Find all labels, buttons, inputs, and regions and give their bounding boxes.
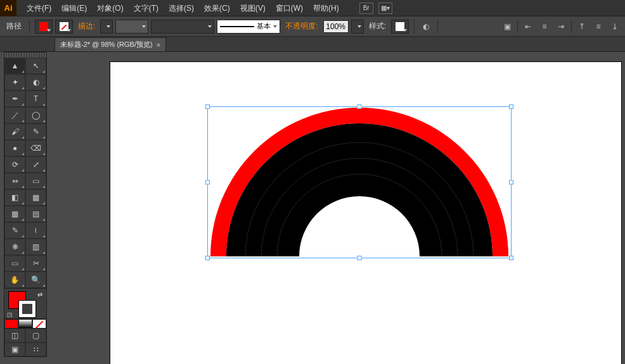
document-tab[interactable]: 未标题-2* @ 98% (RGB/预览) × <box>55 37 166 51</box>
stroke-swatch[interactable] <box>55 20 73 34</box>
tool-free-transform[interactable]: ▭ <box>25 173 46 189</box>
menubar: Ai 文件(F) 编辑(E) 对象(O) 文字(T) 选择(S) 效果(C) 视… <box>0 0 625 16</box>
style-label: 样式: <box>366 21 389 32</box>
opacity-label: 不透明度: <box>283 21 320 32</box>
handle-br[interactable] <box>509 256 513 260</box>
tool-column-graph[interactable]: ▥ <box>25 239 46 255</box>
fill-stroke-control[interactable]: ⇄ ◳ <box>4 288 46 318</box>
tool-grid: ▲↖✦◐✒T／◯🖌✎●⌫⟳⤢⇔▭◧▦▦▤✎≀❋▥▭✂✋🔍 <box>4 58 46 288</box>
document-tab-title: 未标题-2* @ 98% (RGB/预览) <box>60 40 153 49</box>
arrange-documents-icon[interactable]: ▦▾ <box>378 3 392 14</box>
recolor-artwork-icon[interactable]: ◐ <box>420 20 432 33</box>
tool-zoom[interactable]: 🔍 <box>25 272 46 288</box>
bridge-icon[interactable]: Br <box>359 3 373 14</box>
fill-swatch[interactable] <box>35 20 53 34</box>
stroke-weight-dropdown[interactable] <box>100 20 113 34</box>
divider <box>437 20 438 34</box>
menu-edit[interactable]: 编辑(E) <box>56 0 92 16</box>
tool-blend[interactable]: ≀ <box>25 222 46 239</box>
document-tabstrip: 未标题-2* @ 98% (RGB/预览) × <box>0 37 625 52</box>
artboard[interactable] <box>110 62 621 364</box>
handle-tm[interactable] <box>358 104 362 109</box>
tool-selection[interactable]: ▲ <box>4 58 25 74</box>
tool-artboard[interactable]: ▭ <box>4 255 25 272</box>
tool-ellipse[interactable]: ◯ <box>25 107 46 123</box>
selection-type-label: 路径 <box>4 21 24 32</box>
swap-fill-stroke-icon[interactable]: ⇄ <box>37 291 42 298</box>
stroke-label: 描边: <box>75 21 98 32</box>
workspace <box>55 52 625 364</box>
align-hcenter-icon[interactable]: ≡ <box>538 20 551 33</box>
extra-icon[interactable]: ∷ <box>25 342 46 356</box>
color-mode-row <box>4 318 46 329</box>
tool-blob-brush[interactable]: ● <box>4 140 25 156</box>
tool-gradient[interactable]: ▤ <box>25 206 46 222</box>
tool-magic-wand[interactable]: ✦ <box>4 74 25 91</box>
tool-slice[interactable]: ✂ <box>25 255 46 272</box>
align-panel-icon[interactable]: ▣ <box>501 20 513 33</box>
menu-help[interactable]: 帮助(H) <box>308 0 344 16</box>
menu-select[interactable]: 选择(S) <box>164 0 199 16</box>
graphic-style-swatch[interactable] <box>391 20 409 34</box>
toolbox: ▲↖✦◐✒T／◯🖌✎●⌫⟳⤢⇔▭◧▦▦▤✎≀❋▥▭✂✋🔍 ⇄ ◳ ◫ ▢ ▣ ∷ <box>4 52 47 357</box>
app-logo: Ai <box>0 0 16 16</box>
menu-file[interactable]: 文件(F) <box>22 0 56 16</box>
align-left-icon[interactable]: ⇤ <box>522 20 534 33</box>
align-vcenter-icon[interactable]: ≡ <box>592 20 605 33</box>
menu-view[interactable]: 视图(V) <box>235 0 271 16</box>
divider <box>414 20 415 34</box>
tool-shape-builder[interactable]: ◧ <box>4 189 25 206</box>
stroke-indicator[interactable] <box>18 300 36 318</box>
handle-tl[interactable] <box>205 104 210 109</box>
color-mode-color[interactable] <box>4 319 18 329</box>
screen-mode-icon[interactable]: ▢ <box>25 329 46 342</box>
tool-pencil[interactable]: ✎ <box>25 123 46 140</box>
tool-width[interactable]: ⇔ <box>4 173 25 189</box>
handle-mr[interactable] <box>509 180 513 185</box>
tool-mesh[interactable]: ▦ <box>4 206 25 222</box>
tool-paintbrush[interactable]: 🖌 <box>4 123 25 140</box>
tool-eyedropper[interactable]: ✎ <box>4 222 25 239</box>
align-icons-group: ▣ ⇤ ≡ ⇥ ⤒ ≡ ⤓ <box>501 20 621 33</box>
tool-perspective-grid[interactable]: ▦ <box>25 189 46 206</box>
default-fill-stroke-icon[interactable]: ◳ <box>7 311 13 318</box>
tool-eraser[interactable]: ⌫ <box>25 140 46 156</box>
stroke-profile-dropdown[interactable] <box>115 20 148 34</box>
align-bottom-icon[interactable]: ⤓ <box>609 20 621 33</box>
handle-bl[interactable] <box>205 256 210 260</box>
stroke-style-dropdown[interactable]: 基本 <box>217 20 280 34</box>
menu-window[interactable]: 窗口(W) <box>271 0 308 16</box>
draw-mode-icon[interactable]: ◫ <box>4 329 25 342</box>
divider <box>29 20 30 34</box>
tool-line-segment[interactable]: ／ <box>4 107 25 123</box>
menu-effect[interactable]: 效果(C) <box>199 0 235 16</box>
handle-bm[interactable] <box>358 256 362 260</box>
align-top-icon[interactable]: ⤒ <box>576 20 588 33</box>
close-tab-icon[interactable]: × <box>157 41 160 49</box>
opacity-input[interactable]: 100% <box>323 20 349 33</box>
handle-ml[interactable] <box>205 180 210 185</box>
screen-mode-row: ◫ ▢ ▣ ∷ <box>4 329 46 356</box>
tool-type[interactable]: T <box>25 91 46 107</box>
control-bar: 路径 描边: 基本 不透明度: 100% 样式: ◐ ▣ ⇤ ≡ ⇥ <box>0 16 625 37</box>
tool-scale[interactable]: ⤢ <box>25 156 46 173</box>
color-mode-none[interactable] <box>32 319 46 329</box>
menu-type[interactable]: 文字(T) <box>129 0 164 16</box>
change-screen-icon[interactable]: ▣ <box>4 342 25 356</box>
tool-symbol-sprayer[interactable]: ❋ <box>4 239 25 255</box>
tool-direct-selection[interactable]: ↖ <box>25 58 46 74</box>
brush-definition-dropdown[interactable] <box>151 20 214 34</box>
menu-object[interactable]: 对象(O) <box>92 0 128 16</box>
align-right-icon[interactable]: ⇥ <box>555 20 567 33</box>
tool-rotate[interactable]: ⟳ <box>4 156 25 173</box>
color-mode-gradient[interactable] <box>18 319 32 329</box>
toolbox-grip[interactable] <box>4 53 46 58</box>
opacity-dropdown[interactable] <box>351 20 364 34</box>
tool-hand[interactable]: ✋ <box>4 272 25 288</box>
stroke-style-label: 基本 <box>257 22 271 31</box>
handle-tr[interactable] <box>509 104 513 109</box>
stroke-style-line <box>220 26 254 27</box>
tool-pen[interactable]: ✒ <box>4 91 25 107</box>
tool-lasso[interactable]: ◐ <box>25 74 46 91</box>
selection-bounding-box[interactable] <box>207 106 512 258</box>
